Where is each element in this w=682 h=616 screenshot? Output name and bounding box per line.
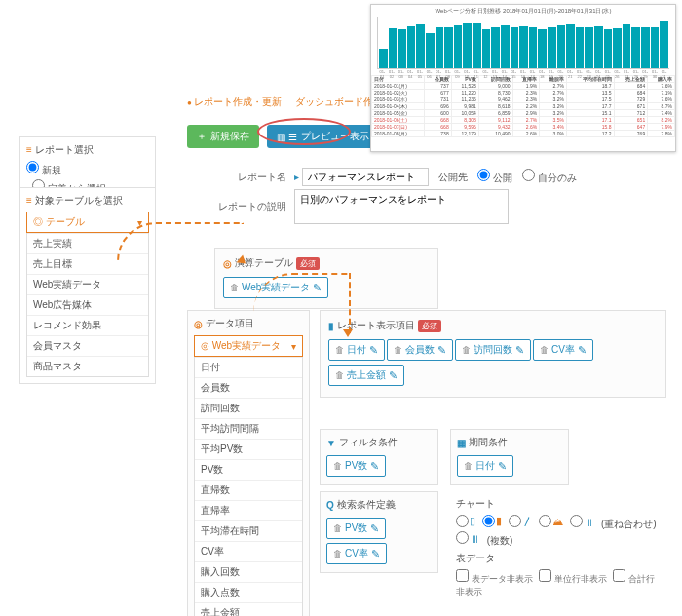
label-report-name: レポート名	[187, 171, 294, 184]
chart-icon: ▥ ☰	[277, 132, 297, 142]
radio-new[interactable]: 新規	[26, 161, 149, 177]
data-item[interactable]: 平均滞在時間	[195, 520, 302, 541]
chart-type-options[interactable]: ▯ ▮ 〳 ⛰ ⫼ (重ね合わせ) ⫼ (複数)	[456, 515, 661, 548]
preview-table: 日付会員数PV数訪問回数直帰率離脱率平均滞在時間売上金額購入率2018-01-0…	[371, 75, 675, 137]
chk-hide-unit[interactable]: 単位行非表示	[539, 574, 607, 584]
data-item[interactable]: PV数	[195, 459, 302, 480]
label-report-desc: レポートの説明	[187, 200, 294, 213]
preview-button[interactable]: ▥ ☰プレビュー表示	[267, 125, 379, 148]
bar-icon: ▯	[470, 515, 475, 527]
table-item[interactable]: Web広告媒体	[27, 294, 148, 315]
save-button[interactable]: ＋新規保存	[187, 125, 259, 148]
table-item[interactable]: 商品マスタ	[27, 356, 148, 376]
data-item[interactable]: 売上金額	[195, 602, 302, 616]
section-data-items: ◎データ項目	[194, 317, 303, 330]
section-source-table: ◎演算テーブル 必須	[223, 256, 430, 270]
table-item[interactable]: 売上目標	[27, 253, 148, 274]
chip-report-item[interactable]: 🗑会員数✎	[387, 339, 453, 361]
table-item[interactable]: レコメンド効果	[27, 315, 148, 335]
data-item[interactable]: 購入点数	[195, 582, 302, 602]
chip-period[interactable]: 🗑日付✎	[457, 455, 513, 477]
chk-hide-table[interactable]: 表データ非表示	[456, 574, 533, 584]
table-item[interactable]: 会員マスタ	[27, 335, 148, 356]
delete-icon[interactable]: 🗑	[230, 283, 239, 292]
tables-header[interactable]: ◎ テーブル	[26, 212, 149, 233]
table-item[interactable]: 売上実績	[27, 233, 148, 253]
panel-title-tables: 対象テーブルを選択	[26, 194, 149, 208]
chip-report-item[interactable]: 🗑日付✎	[328, 339, 385, 361]
data-items-header[interactable]: ◎ Web実績データ	[194, 335, 303, 357]
data-item[interactable]: 平均PV数	[195, 439, 302, 459]
report-name-input[interactable]	[302, 168, 429, 186]
chip-report-item[interactable]: 🗑CV率✎	[533, 339, 593, 361]
data-item[interactable]: 訪問回数	[195, 398, 302, 418]
data-item[interactable]: CV率	[195, 541, 302, 561]
data-item[interactable]: 平均訪問間隔	[195, 418, 302, 439]
section-report-items: ▮レポート表示項目 必須	[328, 319, 658, 332]
chip-source-table[interactable]: 🗑Web実績データ✎	[223, 277, 328, 298]
bar2-icon: ▮	[496, 515, 502, 527]
combo-icon: ⫼	[584, 516, 594, 527]
data-item[interactable]: 日付	[195, 357, 302, 377]
chevron-right-icon: ▸	[294, 172, 299, 182]
area-icon: ⛰	[552, 516, 563, 527]
panel-title-select: レポート選択	[26, 143, 149, 157]
data-item[interactable]: 直帰数	[195, 480, 302, 500]
chip-report-item[interactable]: 🗑訪問回数✎	[455, 339, 531, 361]
chip-search-2[interactable]: 🗑CV率✎	[326, 543, 387, 564]
chip-report-item[interactable]: 🗑売上金額✎	[328, 365, 404, 386]
preview-overlay: Webページ分析 日別推移 2018年01月01日(月)-2018年01月31日…	[370, 4, 676, 152]
chip-filter[interactable]: 🗑PV数✎	[326, 455, 386, 477]
section-period: ▦期間条件	[457, 436, 562, 449]
radio-private[interactable]: 自分のみ	[522, 169, 577, 185]
data-item[interactable]: 購入回数	[195, 561, 302, 582]
table-item[interactable]: Web実績データ	[27, 274, 148, 294]
edit-icon[interactable]: ✎	[313, 282, 322, 294]
section-filter: ▼フィルタ条件	[326, 436, 432, 449]
chart-title: Webページ分析 日別推移 2018年01月01日(月)-2018年01月31日…	[377, 7, 669, 16]
line-icon: 〳	[522, 516, 533, 527]
report-desc-input[interactable]: 日別のパフォーマンスをレポート	[294, 189, 509, 224]
tab-report[interactable]: レポート作成・更新	[187, 96, 282, 109]
label-publish: 公開先	[438, 171, 468, 184]
radio-public[interactable]: 公開	[477, 169, 512, 185]
section-tabledisp: 表データ	[456, 552, 661, 565]
data-item[interactable]: 直帰率	[195, 500, 302, 520]
chip-search-1[interactable]: 🗑PV数✎	[326, 518, 386, 539]
multi-icon: ⫼	[470, 532, 480, 544]
section-search: Q検索条件定義	[326, 498, 432, 512]
data-item[interactable]: 会員数	[195, 377, 302, 398]
plus-icon: ＋	[197, 130, 207, 143]
section-chart: チャート	[456, 497, 661, 511]
